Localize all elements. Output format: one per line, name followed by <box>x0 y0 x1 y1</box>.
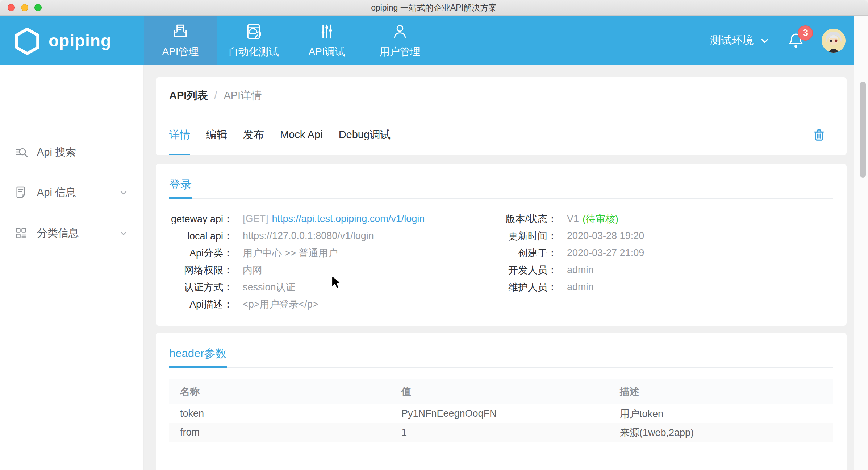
window-title: opiping 一站式的企业API解决方案 <box>0 0 868 16</box>
api-manage-icon <box>171 22 189 41</box>
category-icon <box>14 226 28 240</box>
main-content: API列表 / API详情 详情 编辑 发布 Mock Api Debug调试 <box>144 65 854 470</box>
nav-item-user-manage[interactable]: 用户管理 <box>363 16 437 65</box>
detail-nav-card: API列表 / API详情 详情 编辑 发布 Mock Api Debug调试 <box>156 77 847 155</box>
nav-label: 用户管理 <box>380 45 420 59</box>
section-head: header参数 <box>169 346 833 368</box>
param-value: 1 <box>391 423 609 442</box>
detail-tabs: 详情 编辑 发布 Mock Api Debug调试 <box>156 114 847 155</box>
app-window: opiping 一站式的企业API解决方案 opiping <box>0 0 868 470</box>
top-nav: API管理 自动化测试 <box>144 16 437 65</box>
nav-label: API调试 <box>308 45 345 59</box>
sidebar-item-label: 分类信息 <box>37 226 79 240</box>
tab-debug[interactable]: Debug调试 <box>339 114 391 155</box>
scrollbar-thumb[interactable] <box>860 82 866 178</box>
delete-api-button[interactable] <box>811 127 827 143</box>
nav-label: 自动化测试 <box>228 45 279 59</box>
api-detail-card: 登录 geteway api： [GET]https://api.test.op… <box>156 164 847 326</box>
field-gateway-api: geteway api： [GET]https://api.test.opipi… <box>169 210 425 227</box>
field-api-description: Api描述： <p>用户登录</p> <box>169 296 425 313</box>
field-network-permission: 网络权限： 内网 <box>169 261 425 279</box>
header-right: 测试环境 3 <box>710 16 846 65</box>
nav-item-api-manage[interactable]: API管理 <box>144 16 217 65</box>
field-label: 维护人员： <box>478 281 557 294</box>
field-update-time: 更新时间： 2020-03-28 19:20 <box>478 227 644 244</box>
user-manage-icon <box>391 22 409 41</box>
header-params-table: 名称 值 描述 token Py1NFnEeegnOoqFN 用户token f… <box>169 379 833 442</box>
field-label: 创建于： <box>478 247 557 260</box>
sidebar-item-api-search[interactable]: Api 搜索 <box>0 141 143 164</box>
sidebar-item-api-info[interactable]: Api 信息 <box>0 181 143 204</box>
field-label: Api描述： <box>169 298 233 311</box>
field-label: 认证方式： <box>169 281 233 294</box>
field-value: <p>用户登录</p> <box>243 298 318 311</box>
api-info-icon <box>14 185 28 200</box>
field-value: 内网 <box>243 264 262 277</box>
app-header: opiping API管理 <box>0 16 868 65</box>
column-header-description: 描述 <box>609 379 833 404</box>
sidebar-item-category-info[interactable]: 分类信息 <box>0 222 143 244</box>
field-value: session认证 <box>243 281 296 294</box>
table-row: from 1 来源(1web,2app) <box>169 423 833 442</box>
field-value: 用户中心 >> 普通用户 <box>243 247 338 260</box>
api-search-icon <box>14 145 28 160</box>
tab-edit[interactable]: 编辑 <box>206 114 227 155</box>
sidebar-item-label: Api 搜索 <box>37 145 76 160</box>
field-local-api: local api： https://127.0.0.1:8080/v1/log… <box>169 227 425 244</box>
notifications-button[interactable]: 3 <box>788 31 804 50</box>
scrollbar-track <box>854 16 868 470</box>
field-maintainer: 维护人员： admin <box>478 279 644 296</box>
field-value: admin <box>567 264 594 276</box>
column-header-name: 名称 <box>169 379 391 404</box>
avatar[interactable] <box>822 29 846 53</box>
api-name-title: 登录 <box>169 177 192 192</box>
api-debug-icon <box>318 22 336 41</box>
env-selector[interactable]: 测试环境 <box>710 33 770 48</box>
chevron-down-icon <box>759 35 770 46</box>
gateway-api-link[interactable]: https://api.test.opiping.com/v1/login <box>272 213 425 224</box>
nav-item-api-debug[interactable]: API调试 <box>290 16 363 65</box>
param-name: token <box>169 404 391 423</box>
field-auth-method: 认证方式： session认证 <box>169 279 425 296</box>
breadcrumb-api-detail: API详情 <box>224 88 262 103</box>
field-label: 更新时间： <box>478 230 557 243</box>
breadcrumb-separator: / <box>214 90 217 102</box>
table-header-row: 名称 值 描述 <box>169 379 833 404</box>
field-value: 2020-03-28 19:20 <box>567 230 644 242</box>
field-label: 开发人员： <box>478 264 557 277</box>
column-header-value: 值 <box>391 379 609 404</box>
notification-badge: 3 <box>798 25 813 41</box>
breadcrumb: API列表 / API详情 <box>156 77 847 114</box>
header-params-title: header参数 <box>169 346 227 361</box>
field-api-category: Api分类： 用户中心 >> 普通用户 <box>169 244 425 261</box>
logo-text: opiping <box>49 31 111 50</box>
tab-detail[interactable]: 详情 <box>169 114 190 155</box>
nav-item-auto-test[interactable]: 自动化测试 <box>217 16 290 65</box>
field-label: Api分类： <box>169 247 233 260</box>
field-create-time: 创建于： 2020-03-27 21:09 <box>478 244 644 261</box>
field-version-status: 版本/状态： V1 (待审核) <box>478 210 644 227</box>
env-label: 测试环境 <box>710 33 754 48</box>
version-value: V1 <box>567 213 579 224</box>
param-description: 用户token <box>609 404 833 423</box>
field-label: 版本/状态： <box>478 213 557 226</box>
macos-titlebar: opiping 一站式的企业API解决方案 <box>0 0 868 16</box>
detail-fields-right: 版本/状态： V1 (待审核) 更新时间： 2020-03-28 19:20 创… <box>478 210 644 296</box>
nav-label: API管理 <box>162 45 199 59</box>
tab-publish[interactable]: 发布 <box>243 114 264 155</box>
detail-fields-left: geteway api： [GET]https://api.test.opipi… <box>169 210 425 313</box>
field-label: local api： <box>169 230 233 243</box>
chevron-down-icon <box>119 188 128 197</box>
field-label: 网络权限： <box>169 264 233 277</box>
logo-icon <box>13 26 41 55</box>
section-head: 登录 <box>169 177 833 199</box>
http-method: [GET] <box>243 213 268 224</box>
breadcrumb-api-list[interactable]: API列表 <box>169 88 208 103</box>
header-params-card: header参数 名称 值 描述 token Py1NFnEeegnOoqFN … <box>156 333 847 470</box>
field-value: https://127.0.0.1:8080/v1/login <box>243 230 374 242</box>
field-developer: 开发人员： admin <box>478 261 644 279</box>
auto-test-icon <box>245 22 263 41</box>
sidebar: Api 搜索 Api 信息 <box>0 65 144 470</box>
tab-mock-api[interactable]: Mock Api <box>280 114 323 155</box>
brand-logo[interactable]: opiping <box>13 16 111 65</box>
